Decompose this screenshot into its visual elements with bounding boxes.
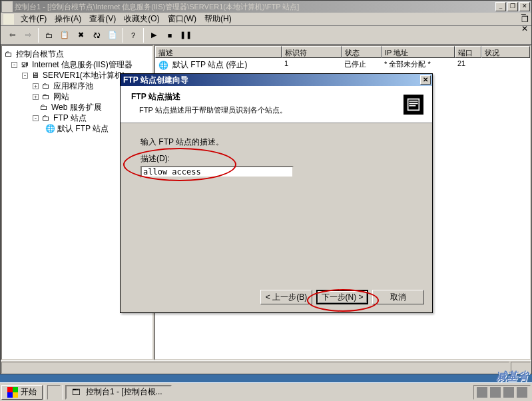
titlebar[interactable]: 控制台1 - [控制台根节点\Internet 信息服务(IIS)管理器\SER… <box>1 1 531 13</box>
quicklaunch[interactable] <box>47 385 61 400</box>
cell-desc: 默认 FTP 站点 (停止) <box>172 59 247 71</box>
start-label: 开始 <box>21 386 37 398</box>
restore-button[interactable]: ❐ <box>507 2 518 11</box>
next-button[interactable]: 下一步(N) > <box>316 290 368 304</box>
child-minimize-button[interactable]: _ <box>521 5 529 15</box>
cell-status <box>481 59 530 71</box>
wizard-title: FTP 站点创建向导 <box>122 75 420 86</box>
tray-icon[interactable] <box>490 387 501 398</box>
props-button[interactable]: 📋 <box>57 28 72 43</box>
tree-root[interactable]: 控制台根节点 <box>16 49 64 60</box>
cell-ip: * 全部未分配 * <box>382 59 455 71</box>
tray-icon[interactable] <box>517 387 527 398</box>
tree-ftp[interactable]: FTP 站点 <box>53 113 87 124</box>
tree-sites[interactable]: 网站 <box>53 91 69 103</box>
col-id[interactable]: 标识符 <box>282 46 342 58</box>
cancel-button[interactable]: 取消 <box>372 290 424 304</box>
start-button[interactable]: 开始 <box>1 385 43 400</box>
wizard-header-sub: FTP 站点描述用于帮助管理员识别各个站点。 <box>139 105 384 115</box>
window-title: 控制台1 - [控制台根节点\Internet 信息服务(IIS)管理器\SER… <box>15 2 495 12</box>
folder-icon: 🗀 <box>3 49 14 59</box>
folder-icon: 🗀 <box>39 102 49 113</box>
expand-icon[interactable]: + <box>33 94 39 100</box>
menu-file[interactable]: 文件(F) <box>17 12 51 26</box>
tray-icon[interactable] <box>477 387 487 398</box>
tree-iis[interactable]: Internet 信息服务(IIS)管理器 <box>32 59 133 71</box>
wizard-dialog: FTP 站点创建向导 ✕ FTP 站点描述 FTP 站点描述用于帮助管理员识别各… <box>120 73 433 313</box>
svg-rect-0 <box>403 95 423 115</box>
collapse-icon[interactable]: - <box>22 73 28 79</box>
menu-window[interactable]: 窗口(W) <box>164 12 200 26</box>
wizard-prompt: 输入 FTP 站点的描述。 <box>140 137 412 148</box>
ftp-site-icon: 🌐 <box>45 123 55 134</box>
app-icon <box>2 1 13 12</box>
description-input[interactable] <box>140 166 294 178</box>
pause-button[interactable]: ❚❚ <box>178 28 193 43</box>
expand-icon[interactable]: + <box>33 83 39 89</box>
menubar: 文件(F) 操作(A) 查看(V) 收藏夹(O) 窗口(W) 帮助(H) _ ❐… <box>1 13 531 26</box>
col-port[interactable]: 端口 <box>455 46 481 58</box>
task-label: 控制台1 - [控制台根... <box>86 386 162 398</box>
col-state[interactable]: 状态 <box>342 46 382 58</box>
help-button[interactable]: ? <box>126 28 140 43</box>
menu-favorites[interactable]: 收藏夹(O) <box>120 12 163 26</box>
menu-view[interactable]: 查看(V) <box>85 12 120 26</box>
forward-button[interactable]: ⇨ <box>21 28 35 43</box>
col-desc[interactable]: 描述 <box>155 46 282 58</box>
folder-icon: 🗀 <box>41 81 51 91</box>
wizard-icon <box>395 86 432 123</box>
windows-logo-icon <box>7 387 18 398</box>
wizard-titlebar[interactable]: FTP 站点创建向导 ✕ <box>121 74 432 86</box>
stop-button[interactable]: ■ <box>162 28 177 43</box>
taskbar: 开始 🗔 控制台1 - [控制台根... <box>0 382 532 401</box>
tray-icon[interactable] <box>503 387 514 398</box>
back-button[interactable]: < 上一步(B) <box>260 290 312 304</box>
watermark: 减基省 <box>496 370 528 384</box>
server-icon: 🖳 <box>19 59 30 70</box>
app-icon: 🗔 <box>71 387 81 398</box>
system-tray[interactable] <box>473 385 531 400</box>
child-close-button[interactable]: ✕ <box>521 24 529 33</box>
wizard-input-label: 描述(D): <box>140 153 412 165</box>
export-button[interactable]: 📄 <box>105 28 120 43</box>
up-button[interactable]: 🗀 <box>41 28 56 43</box>
folder-icon: 🗀 <box>41 91 51 102</box>
menu-help[interactable]: 帮助(H) <box>200 12 236 26</box>
list-row[interactable]: 🌐默认 FTP 站点 (停止) 1 已停止 * 全部未分配 * 21 <box>155 58 530 72</box>
statusbar <box>1 360 531 374</box>
wizard-header-title: FTP 站点描述 <box>131 91 384 103</box>
refresh-button[interactable]: 🗘 <box>89 28 104 43</box>
tree-defaultftp[interactable]: 默认 FTP 站点 <box>57 123 109 135</box>
tree-server[interactable]: SERVER1(本地计算机) <box>43 70 125 81</box>
minimize-button[interactable]: _ <box>495 2 506 11</box>
doc-icon <box>3 14 14 25</box>
cell-id: 1 <box>282 59 342 71</box>
col-ip[interactable]: IP 地址 <box>382 46 455 58</box>
collapse-icon[interactable]: - <box>33 115 39 121</box>
tree-apppool[interactable]: 应用程序池 <box>53 81 93 92</box>
collapse-icon[interactable]: - <box>11 62 17 68</box>
delete-button[interactable]: ✖ <box>73 28 88 43</box>
computer-icon: 🖥 <box>30 70 41 81</box>
menu-action[interactable]: 操作(A) <box>51 12 85 26</box>
cell-state: 已停止 <box>342 59 382 71</box>
back-button[interactable]: ⇦ <box>5 28 19 43</box>
folder-icon: 🗀 <box>41 113 51 123</box>
ftp-site-icon: 🌐 <box>158 60 168 71</box>
toolbar: ⇦ ⇨ 🗀 📋 ✖ 🗘 📄 ? ▶ ■ ❚❚ <box>1 26 531 45</box>
task-button[interactable]: 🗔 控制台1 - [控制台根... <box>65 385 172 400</box>
col-status[interactable]: 状况 <box>481 46 530 58</box>
cell-port: 21 <box>455 59 481 71</box>
play-button[interactable]: ▶ <box>146 28 161 43</box>
child-restore-button[interactable]: ❐ <box>521 15 529 24</box>
tree-webext[interactable]: Web 服务扩展 <box>51 102 102 113</box>
wizard-close-button[interactable]: ✕ <box>420 75 431 85</box>
